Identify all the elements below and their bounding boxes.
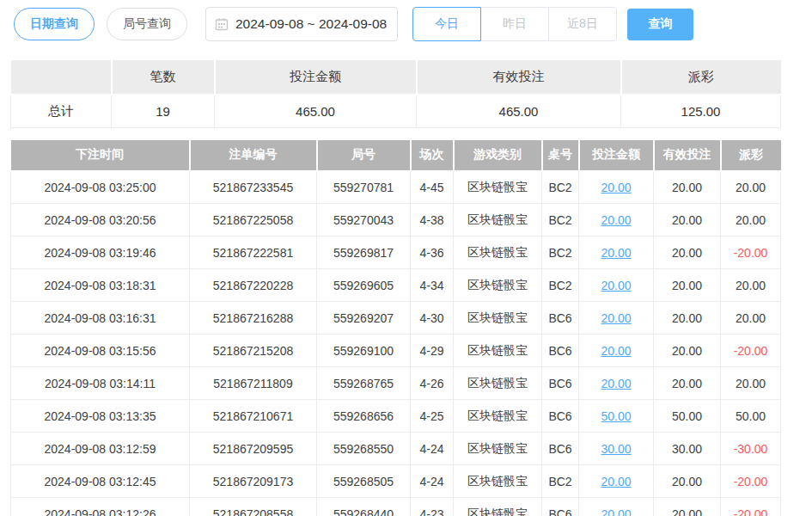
valid-bet-cell: 20.00: [654, 498, 721, 516]
bet-time-cell: 2024-09-08 03:12:45: [11, 465, 190, 498]
bet-amount-cell: 20.00: [579, 335, 654, 367]
session-cell: 4-25: [411, 400, 454, 433]
header-table-code: 桌号: [542, 140, 579, 171]
game-type-cell: 区块链骰宝: [454, 269, 542, 302]
table-row: 2024-09-08 03:12:26521867208558559268440…: [11, 498, 781, 516]
bet-no-cell: 521867211809: [190, 367, 317, 400]
bet-no-cell: 521867233545: [190, 171, 317, 204]
payout-cell: 20.00: [721, 367, 781, 400]
quick-filter-yesterday[interactable]: 昨日: [480, 7, 549, 41]
header-bet-time: 下注时间: [11, 140, 190, 171]
round-no-cell: 559269207: [317, 302, 411, 335]
payout-cell: 20.00: [721, 204, 781, 236]
quick-filter-last8days[interactable]: 近8日: [548, 7, 617, 41]
bet-amount-cell: 20.00: [579, 171, 654, 204]
bet-amount-link[interactable]: 20.00: [601, 344, 631, 358]
bet-amount-link[interactable]: 50.00: [601, 409, 631, 423]
bet-no-cell: 521867210671: [190, 400, 317, 433]
valid-bet-cell: 20.00: [654, 236, 721, 269]
summary-header-payout: 派彩: [621, 60, 781, 95]
bet-amount-link[interactable]: 20.00: [601, 279, 631, 292]
valid-bet-cell: 20.00: [654, 171, 721, 204]
summary-total-row: 总计 19 465.00 465.00 125.00: [11, 95, 781, 127]
payout-cell: 20.00: [721, 302, 781, 335]
quick-filter-group: 今日 昨日 近8日: [412, 7, 617, 41]
date-query-tab-button[interactable]: 日期查询: [14, 8, 95, 40]
bet-amount-cell: 20.00: [579, 269, 654, 302]
bets-header-row: 下注时间 注单编号 局号 场次 游戏类别 桌号 投注金额 有效投注 派彩: [11, 140, 781, 171]
round-no-cell: 559268505: [317, 465, 411, 498]
bet-amount-link[interactable]: 20.00: [601, 246, 631, 260]
table-code-cell: BC2: [542, 236, 579, 269]
table-code-cell: BC6: [542, 335, 579, 367]
table-code-cell: BC2: [542, 465, 579, 498]
bet-time-cell: 2024-09-08 03:12:26: [11, 498, 190, 516]
summary-header-bet-amount: 投注金额: [215, 60, 417, 95]
header-bet-no: 注单编号: [190, 140, 317, 171]
round-no-cell: 559268765: [317, 367, 411, 400]
session-cell: 4-26: [411, 367, 454, 400]
bet-amount-link[interactable]: 20.00: [601, 213, 631, 227]
round-query-tab-button[interactable]: 局号查询: [107, 8, 187, 40]
bet-amount-link[interactable]: 20.00: [601, 475, 631, 488]
bet-no-cell: 521867209173: [190, 465, 317, 498]
payout-cell: 20.00: [721, 171, 781, 204]
date-range-value: 2024-09-08 ~ 2024-09-08: [235, 16, 387, 32]
bet-time-cell: 2024-09-08 03:12:59: [11, 433, 190, 465]
table-code-cell: BC6: [542, 498, 579, 516]
game-type-cell: 区块链骰宝: [454, 302, 542, 335]
bet-amount-link[interactable]: 20.00: [601, 311, 631, 325]
bet-no-cell: 521867209595: [190, 433, 317, 465]
bet-amount-cell: 50.00: [579, 400, 654, 433]
header-session: 场次: [411, 140, 454, 171]
bet-time-cell: 2024-09-08 03:20:56: [11, 204, 190, 236]
summary-header-row: 笔数 投注金额 有效投注 派彩: [11, 60, 781, 95]
game-type-cell: 区块链骰宝: [454, 335, 542, 367]
table-code-cell: BC2: [542, 171, 579, 204]
bet-time-cell: 2024-09-08 03:25:00: [11, 171, 190, 204]
round-no-cell: 559268550: [317, 433, 411, 465]
bet-amount-link[interactable]: 30.00: [601, 442, 631, 456]
header-valid-bet: 有效投注: [654, 140, 721, 171]
table-row: 2024-09-08 03:15:56521867215208559269100…: [11, 335, 781, 367]
total-valid-bet: 465.00: [417, 95, 621, 127]
session-cell: 4-38: [411, 204, 454, 236]
bets-table: 下注时间 注单编号 局号 场次 游戏类别 桌号 投注金额 有效投注 派彩 202…: [10, 140, 781, 516]
bet-amount-cell: 20.00: [579, 204, 654, 236]
session-cell: 4-30: [411, 302, 454, 335]
bet-no-cell: 521867216288: [190, 302, 317, 335]
bet-amount-cell: 20.00: [579, 302, 654, 335]
bet-amount-link[interactable]: 20.00: [601, 507, 631, 516]
total-bet-amount: 465.00: [215, 95, 417, 127]
header-payout: 派彩: [721, 140, 781, 171]
bet-amount-cell: 20.00: [579, 498, 654, 516]
table-row: 2024-09-08 03:12:59521867209595559268550…: [11, 433, 781, 465]
calendar-icon: [215, 17, 229, 31]
table-code-cell: BC6: [542, 400, 579, 433]
total-payout: 125.00: [621, 95, 781, 127]
bet-amount-cell: 20.00: [579, 236, 654, 269]
game-type-cell: 区块链骰宝: [454, 400, 542, 433]
quick-filter-today[interactable]: 今日: [412, 7, 481, 41]
bet-amount-cell: 20.00: [579, 465, 654, 498]
valid-bet-cell: 20.00: [654, 335, 721, 367]
table-row: 2024-09-08 03:13:35521867210671559268656…: [11, 400, 781, 433]
bet-amount-cell: 20.00: [579, 367, 654, 400]
summary-header-count: 笔数: [112, 60, 215, 95]
game-type-cell: 区块链骰宝: [454, 498, 542, 516]
game-type-cell: 区块链骰宝: [454, 171, 542, 204]
round-no-cell: 559268656: [317, 400, 411, 433]
table-code-cell: BC6: [542, 433, 579, 465]
payout-cell: -20.00: [721, 236, 781, 269]
bet-time-cell: 2024-09-08 03:18:31: [11, 269, 190, 302]
session-cell: 4-36: [411, 236, 454, 269]
query-button[interactable]: 查询: [627, 9, 693, 40]
valid-bet-cell: 20.00: [654, 302, 721, 335]
date-range-input[interactable]: 2024-09-08 ~ 2024-09-08: [205, 7, 398, 41]
total-label: 总计: [11, 95, 112, 127]
bet-amount-link[interactable]: 20.00: [601, 377, 631, 390]
bet-amount-link[interactable]: 20.00: [601, 181, 631, 194]
valid-bet-cell: 20.00: [654, 204, 721, 236]
bet-time-cell: 2024-09-08 03:16:31: [11, 302, 190, 335]
payout-cell: -30.00: [721, 433, 781, 465]
